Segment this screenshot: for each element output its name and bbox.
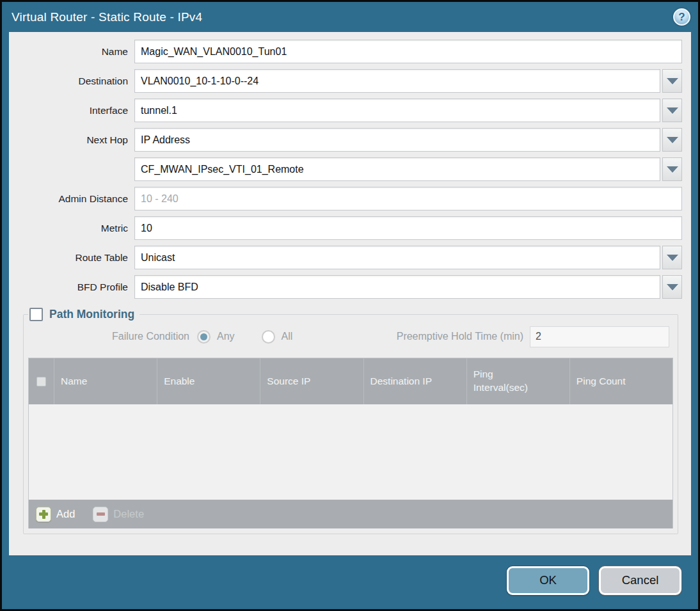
column-header-name: Name — [54, 358, 157, 404]
name-label: Name — [18, 46, 134, 58]
select-all-checkbox[interactable] — [36, 377, 46, 386]
preemptive-hold-input[interactable] — [530, 326, 669, 347]
cancel-button[interactable]: Cancel — [599, 566, 681, 595]
chevron-down-icon — [667, 166, 678, 173]
destination-label: Destination — [18, 75, 134, 87]
dialog-title: Virtual Router - Static Route - IPv4 — [12, 10, 202, 24]
preemptive-hold-label: Preemptive Hold Time (min) — [292, 331, 523, 342]
plus-icon — [36, 507, 51, 522]
destination-row: Destination — [18, 69, 682, 93]
interface-input[interactable] — [134, 99, 660, 122]
column-header-ping-interval: Ping Interval(sec) — [467, 358, 570, 404]
column-header-destination-ip: Destination IP — [364, 358, 467, 404]
table-toolbar: Add Delete — [29, 500, 672, 528]
delete-button[interactable]: Delete — [93, 507, 144, 522]
dialog-titlebar: Virtual Router - Static Route - IPv4 ? — [2, 2, 698, 32]
interface-dropdown-button[interactable] — [662, 99, 682, 122]
next-hop-address-row — [18, 157, 682, 181]
next-hop-type-input[interactable] — [134, 128, 660, 152]
failure-condition-all-label: All — [282, 331, 293, 342]
radio-dot — [265, 333, 272, 340]
bfd-profile-dropdown-button[interactable] — [662, 275, 682, 299]
ok-button[interactable]: OK — [507, 566, 589, 595]
path-monitoring-section: Path Monitoring Failure Condition Any Al… — [23, 308, 678, 534]
metric-row: Metric — [18, 216, 682, 240]
minus-icon — [93, 507, 108, 522]
column-header-source-ip: Source IP — [260, 358, 363, 404]
path-monitoring-checkbox[interactable] — [29, 308, 43, 321]
next-hop-dropdown-button[interactable] — [662, 128, 682, 152]
help-icon[interactable]: ? — [673, 8, 690, 26]
route-table-dropdown-button[interactable] — [662, 246, 682, 269]
chevron-down-icon — [667, 78, 678, 84]
dialog-body: Name Destination Interface Next Hop — [9, 32, 691, 555]
path-monitoring-table: Name Enable Source IP Destination IP Pin… — [28, 358, 673, 528]
admin-distance-row: Admin Distance — [18, 187, 682, 210]
path-monitoring-title: Path Monitoring — [49, 308, 134, 321]
next-hop-address-input[interactable] — [134, 157, 660, 181]
chevron-down-icon — [667, 284, 678, 290]
failure-condition-row: Failure Condition Any All Preemptive Hol… — [28, 325, 669, 348]
path-monitoring-legend: Path Monitoring — [28, 308, 139, 321]
table-body-empty — [29, 404, 672, 500]
column-header-enable: Enable — [157, 358, 260, 404]
static-route-dialog: Virtual Router - Static Route - IPv4 ? N… — [0, 0, 700, 611]
destination-input[interactable] — [134, 69, 660, 93]
route-table-input[interactable] — [134, 246, 660, 269]
next-hop-address-dropdown-button[interactable] — [662, 157, 682, 181]
bfd-profile-label: BFD Profile — [18, 282, 134, 293]
select-all-header-cell — [29, 358, 54, 404]
column-header-ping-count: Ping Count — [570, 358, 672, 404]
route-table-row: Route Table — [18, 246, 682, 269]
add-button[interactable]: Add — [36, 507, 75, 522]
chevron-down-icon — [667, 107, 678, 114]
metric-label: Metric — [18, 223, 134, 234]
name-row: Name — [18, 40, 682, 63]
metric-input[interactable] — [134, 216, 682, 240]
table-header-row: Name Enable Source IP Destination IP Pin… — [29, 358, 672, 404]
next-hop-row: Next Hop — [18, 128, 682, 152]
admin-distance-label: Admin Distance — [18, 193, 134, 205]
destination-dropdown-button[interactable] — [662, 69, 682, 93]
failure-condition-all-radio[interactable] — [262, 330, 275, 344]
name-input[interactable] — [134, 40, 682, 63]
failure-condition-any-radio[interactable] — [197, 330, 211, 344]
chevron-down-icon — [667, 137, 678, 143]
chevron-down-icon — [667, 255, 678, 261]
next-hop-label: Next Hop — [18, 134, 134, 146]
admin-distance-input[interactable] — [134, 187, 682, 210]
bfd-profile-row: BFD Profile — [18, 275, 682, 299]
route-table-label: Route Table — [18, 252, 134, 264]
dialog-footer: OK Cancel — [2, 555, 698, 609]
radio-dot — [200, 333, 207, 340]
interface-row: Interface — [18, 99, 682, 122]
failure-condition-label: Failure Condition — [28, 331, 189, 342]
bfd-profile-input[interactable] — [134, 275, 660, 299]
failure-condition-any-label: Any — [217, 331, 235, 342]
interface-label: Interface — [18, 105, 134, 116]
